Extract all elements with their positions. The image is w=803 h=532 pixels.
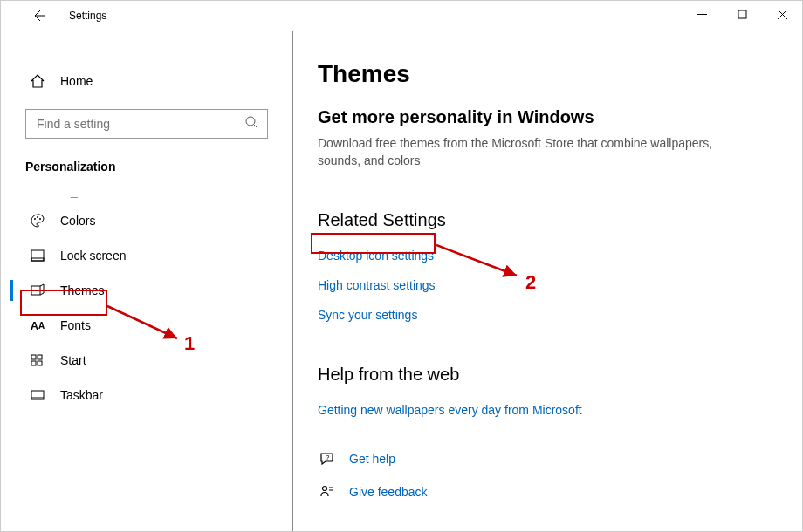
minimize-button[interactable] <box>682 1 722 27</box>
nav-label: Colors <box>60 214 95 228</box>
svg-text:?: ? <box>326 454 330 461</box>
link-desktop-icon-settings[interactable]: Desktop icon settings <box>318 241 772 270</box>
sidebar-item-colors[interactable]: Colors <box>1 203 292 238</box>
subheading: Get more personality in Windows <box>318 107 772 127</box>
svg-rect-1 <box>738 10 746 18</box>
give-feedback-label: Give feedback <box>349 485 428 499</box>
nav-label: Start <box>60 353 86 367</box>
svg-rect-10 <box>31 258 44 261</box>
svg-rect-12 <box>31 355 36 359</box>
app-title: Settings <box>69 10 106 22</box>
svg-rect-9 <box>31 250 44 261</box>
themes-icon <box>29 282 46 299</box>
content-area: Home Personalization _ Colors Lock scree… <box>1 31 802 531</box>
svg-point-6 <box>34 218 36 220</box>
sidebar-item-taskbar[interactable]: Taskbar <box>1 378 292 413</box>
main-pane: Themes Get more personality in Windows D… <box>293 31 802 531</box>
sidebar-item-start[interactable]: Start <box>1 343 292 378</box>
give-feedback-link[interactable]: Give feedback <box>318 475 772 508</box>
svg-rect-14 <box>31 361 36 365</box>
nav-label: Fonts <box>60 318 91 332</box>
sidebar-item-fonts[interactable]: AA Fonts <box>1 308 292 343</box>
sidebar: Home Personalization _ Colors Lock scree… <box>1 31 293 531</box>
get-help-label: Get help <box>349 452 395 466</box>
link-high-contrast-settings[interactable]: High contrast settings <box>318 270 772 300</box>
sidebar-item-lockscreen[interactable]: Lock screen <box>1 238 292 273</box>
taskbar-icon <box>29 386 46 404</box>
home-icon <box>29 72 46 90</box>
feedback-icon <box>318 482 337 501</box>
sidebar-item-themes[interactable]: Themes <box>1 273 292 308</box>
search-box[interactable] <box>25 109 268 139</box>
close-button[interactable] <box>762 1 802 27</box>
svg-line-5 <box>254 125 257 128</box>
get-help-link[interactable]: ? Get help <box>318 442 772 475</box>
section-label: Personalization <box>1 154 292 179</box>
svg-rect-11 <box>31 286 40 295</box>
sidebar-item-partial[interactable]: _ <box>1 179 292 203</box>
link-help-wallpapers[interactable]: Getting new wallpapers every day from Mi… <box>318 395 772 425</box>
description: Download free themes from the Microsoft … <box>318 134 758 170</box>
back-button[interactable] <box>25 3 51 29</box>
palette-icon <box>29 212 46 229</box>
home-nav[interactable]: Home <box>1 65 292 97</box>
related-settings-title: Related Settings <box>318 210 772 230</box>
svg-point-8 <box>39 218 41 220</box>
svg-point-19 <box>323 486 327 490</box>
maximize-button[interactable] <box>722 1 762 27</box>
nav-label: Themes <box>60 283 105 297</box>
page-title: Themes <box>318 60 772 88</box>
help-from-web-title: Help from the web <box>318 365 772 385</box>
svg-rect-13 <box>38 355 42 359</box>
help-icon: ? <box>318 449 337 468</box>
search-icon <box>244 115 258 133</box>
link-sync-your-settings[interactable]: Sync your settings <box>318 300 772 330</box>
home-label: Home <box>60 74 93 88</box>
start-icon <box>29 351 46 369</box>
nav-label: Taskbar <box>60 388 103 402</box>
lockscreen-icon <box>29 247 46 264</box>
svg-point-4 <box>246 117 255 126</box>
title-bar: Settings <box>1 1 802 31</box>
fonts-icon: AA <box>29 317 46 334</box>
search-input[interactable] <box>35 116 225 132</box>
window-controls <box>682 1 802 27</box>
svg-point-7 <box>37 216 38 218</box>
svg-rect-15 <box>38 361 42 365</box>
nav-label: Lock screen <box>60 249 126 263</box>
